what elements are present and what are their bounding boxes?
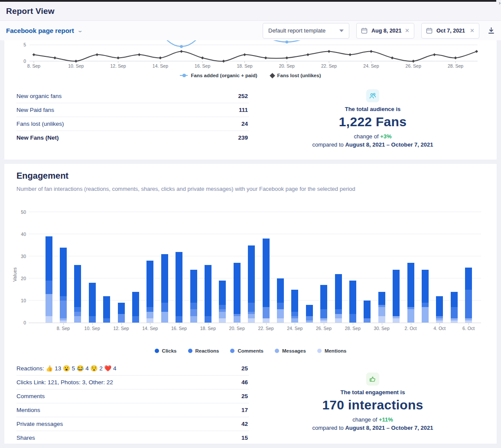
engagement-bar-chart: Values 01020304050 8. Sep10. Sep12. Sep1… — [29, 213, 481, 336]
x-axis-label: 4. Oct — [426, 326, 452, 331]
report-name-dropdown[interactable]: Facebook page report ⌄ — [6, 27, 82, 34]
bar-segment-messages — [407, 309, 414, 323]
stacked-bar[interactable] — [335, 274, 342, 323]
stacked-bar[interactable] — [291, 290, 298, 323]
legend-fans-added[interactable]: Fans added (organic + paid) — [180, 73, 257, 78]
legend-item-mentions[interactable]: Mentions — [317, 348, 346, 353]
stacked-bar[interactable] — [422, 270, 429, 323]
bar-segment-reactions — [248, 303, 255, 311]
bar-segment-messages — [335, 314, 342, 318]
select-caret-icon — [339, 29, 344, 32]
bar-segment-clicks — [205, 265, 211, 316]
report-name-label: Facebook page report — [6, 27, 74, 34]
stacked-bar[interactable] — [74, 265, 81, 323]
stacked-bar[interactable] — [393, 270, 400, 323]
stacked-bar[interactable] — [46, 236, 52, 323]
bar-segment-reactions — [60, 296, 67, 301]
date-to-picker[interactable]: Oct 7, 2021 ✕ — [421, 23, 479, 39]
stacked-bar[interactable] — [161, 254, 168, 323]
stacked-bar[interactable] — [378, 292, 385, 323]
bar-segment-clicks — [364, 301, 371, 318]
download-icon — [488, 27, 495, 34]
stacked-bar[interactable] — [89, 283, 96, 323]
x-axis-label: 14. Sep — [137, 326, 163, 331]
bar-segment-clicks — [248, 245, 255, 303]
clear-date-icon[interactable]: ✕ — [470, 28, 475, 33]
y-axis-tick: 10 — [15, 298, 26, 303]
y-axis-tick: 0 — [15, 320, 26, 325]
svg-text:18. Sep: 18. Sep — [237, 63, 252, 69]
x-axis-label: 2. Oct — [398, 326, 424, 331]
stacked-bar[interactable] — [451, 292, 458, 323]
bar-segment-reactions — [176, 316, 182, 323]
window-top-strip — [0, 0, 496, 2]
legend-item-messages[interactable]: Messages — [275, 348, 306, 353]
window-edge-chevron-icon: › — [499, 0, 501, 6]
stacked-bar[interactable] — [320, 285, 327, 323]
bar-segment-clicks — [451, 292, 458, 307]
svg-text:10. Sep: 10. Sep — [68, 63, 84, 69]
date-from-picker[interactable]: Aug 8, 2021 ✕ — [356, 23, 414, 39]
bar-segment-mentions — [263, 318, 270, 323]
template-select[interactable]: Default report template — [263, 23, 349, 39]
stacked-bar[interactable] — [436, 296, 443, 323]
stacked-bar[interactable] — [190, 270, 197, 323]
bar-segment-comments — [263, 307, 270, 318]
stacked-bar[interactable] — [407, 263, 414, 323]
bar-segment-mentions — [146, 318, 153, 323]
legend-dot-icon — [230, 349, 234, 353]
bar-plot-area: 01020304050 — [29, 213, 481, 323]
stacked-bar[interactable] — [349, 281, 356, 323]
clear-date-icon[interactable]: ✕ — [405, 28, 410, 33]
bar-segment-mentions — [465, 320, 472, 323]
stacked-bar[interactable] — [364, 301, 371, 323]
bar-segment-clicks — [465, 268, 472, 290]
engagement-lead: The total engagement is — [341, 389, 405, 396]
stacked-bar[interactable] — [277, 278, 284, 323]
stacked-bar[interactable] — [219, 281, 226, 323]
audience-summary: The total audience is 1,222 Fans change … — [249, 89, 497, 148]
bar-segment-clicks — [161, 254, 168, 303]
bar-segment-mentions — [378, 316, 385, 323]
bar-segment-mentions — [436, 320, 443, 323]
table-row: Reactions: 👍 13 😮 5 😂 4 😯 2 ❤️ 4 25 — [16, 361, 249, 376]
legend-fans-lost[interactable]: Fans lost (unlikes) — [270, 73, 321, 78]
engagement-compare: compared to August 8, 2021 – October 7, … — [312, 425, 433, 431]
stacked-bar[interactable] — [103, 296, 110, 323]
svg-text:12. Sep: 12. Sep — [110, 63, 126, 69]
bar-segment-messages — [190, 316, 197, 323]
bar-segment-comments — [60, 301, 67, 318]
stacked-bar[interactable] — [118, 303, 125, 323]
stacked-bar[interactable] — [465, 268, 472, 323]
x-axis-label: 22. Sep — [253, 326, 279, 331]
diamond-marker-icon — [270, 73, 275, 78]
stacked-bar[interactable] — [263, 239, 270, 323]
legend-item-clicks[interactable]: Clicks — [155, 348, 177, 353]
bar-segment-comments — [306, 316, 313, 320]
stacked-bar[interactable] — [176, 252, 182, 323]
stacked-bar[interactable] — [234, 263, 241, 323]
bar-segment-clicks — [306, 305, 313, 316]
stacked-bar[interactable] — [205, 265, 211, 323]
legend-item-reactions[interactable]: Reactions — [188, 348, 219, 353]
stacked-bar[interactable] — [248, 245, 255, 323]
bar-segment-mentions — [451, 320, 458, 323]
bar-segment-messages — [422, 307, 429, 323]
stacked-bar[interactable] — [60, 248, 67, 323]
x-axis-label: 6. Oct — [455, 326, 481, 331]
bar-segment-reactions — [190, 303, 197, 309]
x-axis-label: 20. Sep — [224, 326, 250, 331]
page-title: Report View — [6, 7, 55, 16]
bar-segment-comments — [74, 312, 81, 316]
bar-segment-reactions — [291, 312, 298, 316]
stacked-bar[interactable] — [146, 261, 153, 323]
legend-item-comments[interactable]: Comments — [230, 348, 263, 353]
stacked-bar[interactable] — [306, 305, 313, 323]
x-axis-tick — [150, 323, 150, 325]
bar-segment-clicks — [263, 239, 270, 307]
template-select-value: Default report template — [268, 27, 325, 34]
x-axis-tick — [295, 323, 295, 325]
stacked-bar[interactable] — [132, 292, 139, 323]
download-report-button[interactable] — [486, 26, 496, 36]
bar-segment-clicks — [89, 283, 96, 316]
